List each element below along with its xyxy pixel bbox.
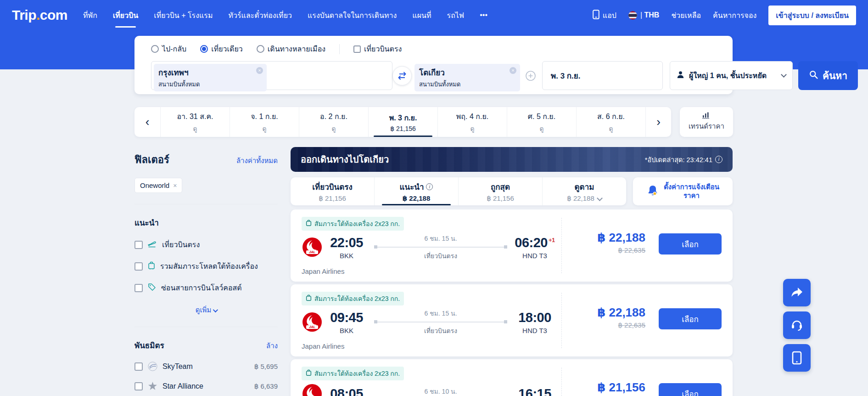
- select-flight-button[interactable]: เลือก: [659, 308, 722, 329]
- share-button[interactable]: [783, 279, 811, 306]
- filters-title: ฟิลเตอร์: [134, 152, 169, 168]
- select-flight-button[interactable]: เลือก: [659, 383, 722, 396]
- nav-flights[interactable]: เที่ยวบิน: [113, 7, 138, 24]
- flight-price: ฿ 22,188: [597, 305, 645, 320]
- sort-tab-cheapest[interactable]: ถูกสุด ฿ 21,156: [458, 177, 542, 205]
- baggage-badge-label: สัมภาระใต้ท้องเครื่อง 2x23 กก.: [314, 294, 400, 304]
- app-label: แอป: [603, 10, 616, 21]
- direct-flights-checkbox[interactable]: เที่ยวบินตรง: [353, 43, 402, 55]
- nav-hotels[interactable]: ที่พัก: [83, 7, 97, 24]
- mobile-app-button[interactable]: [783, 344, 811, 372]
- sort-tab-direct[interactable]: เที่ยวบินตรง ฿ 21,156: [291, 177, 374, 205]
- origin-field[interactable]: กรุงเทพฯ สนามบินทั้งหมด ×: [154, 64, 267, 91]
- date-tab-0[interactable]: อา. 31 ส.ค.ดู: [160, 107, 230, 137]
- trip-type-oneway[interactable]: เที่ยวเดียว: [200, 43, 243, 55]
- baggage-badge-label: สัมภาระใต้ท้องเครื่อง 2x23 กก.: [314, 219, 400, 229]
- sort-tab-recommended-active[interactable]: แนะนำi ฿ 22,188: [374, 177, 458, 205]
- arrival-airport: HND T3: [511, 252, 559, 260]
- star-alliance-logo-icon: [148, 381, 157, 391]
- divider: [339, 44, 340, 54]
- departure-time: 08:05: [323, 386, 370, 396]
- passengers-class-field[interactable]: ผู้ใหญ่ 1 คน, ชั้นประหยัด: [670, 61, 793, 90]
- login-register-button[interactable]: เข้าสู่ระบบ / ลงทะเบียน: [768, 6, 856, 25]
- departure-date-field[interactable]: พ. 3 ก.ย.: [542, 61, 663, 90]
- date-carousel: ‹ อา. 31 ส.ค.ดู จ. 1 ก.ย.ดู อ. 2 ก.ย.ดู …: [134, 107, 671, 137]
- nav-tours-tickets[interactable]: ทัวร์และตั๋วท่องเที่ยว: [228, 7, 292, 24]
- flight-search-form: ไป-กลับ เที่ยวเดียว เดินทางหลายเมือง เที…: [134, 36, 733, 94]
- flight-path-line: [374, 245, 507, 249]
- alliance-label: Star Alliance: [162, 382, 203, 390]
- divider: [561, 218, 562, 273]
- search-button[interactable]: ค้นหา: [798, 61, 858, 90]
- flight-summary[interactable]: JAL 22:05 BKK 6 ชม. 15 น. เที่ยวบินตรง 0…: [302, 233, 559, 261]
- results-title: ออกเดินทางไปโตเกียว: [301, 152, 389, 167]
- departure-block: 22:05 BKK: [323, 235, 370, 260]
- price-trend-button[interactable]: เทรนด์ราคา: [680, 107, 733, 137]
- search-button-label: ค้นหา: [823, 68, 847, 83]
- arrival-time: 16:15: [511, 386, 559, 396]
- date-tab-1[interactable]: จ. 1 ก.ย.ดู: [230, 107, 299, 137]
- filter-hide-lowcost[interactable]: ซ่อนสายการบินโลว์คอสต์: [134, 282, 278, 294]
- find-booking-link[interactable]: ค้นหาการจอง: [713, 10, 756, 21]
- date-tab-6[interactable]: ส. 6 ก.ย.ดู: [576, 107, 645, 137]
- nav-flight-hotel[interactable]: เที่ยวบิน + โรงแรม: [154, 7, 213, 24]
- checkbox-icon[interactable]: [134, 382, 143, 390]
- checkbox-icon[interactable]: [134, 241, 143, 249]
- clear-origin-icon[interactable]: ×: [256, 67, 263, 74]
- filter-direct-flights[interactable]: เที่ยวบินตรง: [134, 239, 278, 250]
- flight-old-price: ฿ 22,635: [597, 321, 645, 329]
- active-filter-label: Oneworld: [140, 181, 169, 189]
- flight-summary[interactable]: JAL 08:05 6 ชม. 10 น. 16:15: [302, 383, 559, 396]
- nav-map[interactable]: แผนที่: [412, 7, 431, 24]
- tripcom-logo[interactable]: Trip.com: [12, 7, 67, 23]
- app-link[interactable]: แอป: [593, 10, 616, 21]
- swap-cities-button[interactable]: [392, 66, 412, 85]
- checkbox-icon[interactable]: [134, 362, 143, 371]
- sort-tab-sort-by[interactable]: ดูตาม ฿ 22,188: [542, 177, 626, 205]
- checkbox-icon[interactable]: [134, 262, 143, 271]
- currency-selector[interactable]: | THB: [628, 11, 660, 20]
- date-tab-3-active[interactable]: พ. 3 ก.ย.฿ 21,156: [368, 107, 437, 137]
- flight-summary[interactable]: JAL 09:45 BKK 6 ชม. 15 น. เที่ยวบินตรง 1…: [302, 308, 559, 336]
- customer-support-button[interactable]: [783, 311, 811, 339]
- checkbox-icon[interactable]: [353, 45, 361, 53]
- search-icon: [809, 70, 818, 82]
- nav-trains[interactable]: รถไฟ: [447, 7, 465, 24]
- radio-selected-icon[interactable]: [200, 45, 208, 53]
- select-flight-button[interactable]: เลือก: [659, 233, 722, 255]
- origin-subtitle: สนามบินทั้งหมด: [158, 79, 262, 89]
- add-segment-button[interactable]: [526, 71, 536, 81]
- remove-filter-icon[interactable]: ×: [173, 182, 177, 189]
- price-block: ฿ 22,188 ฿ 22,635: [597, 231, 645, 255]
- clear-destination-icon[interactable]: ×: [510, 67, 516, 74]
- date-tab-2[interactable]: อ. 2 ก.ย.ดู: [299, 107, 368, 137]
- next-dates-button[interactable]: ›: [645, 107, 671, 137]
- help-link[interactable]: ช่วยเหลือ: [671, 10, 701, 21]
- destination-field[interactable]: โตเกียว สนามบินทั้งหมด ×: [414, 64, 520, 91]
- nav-travel-inspiration[interactable]: แรงบันดาลใจในการเดินทาง: [308, 7, 397, 24]
- trip-type-multicity[interactable]: เดินทางหลายเมือง: [257, 43, 325, 55]
- prev-dates-button[interactable]: ‹: [134, 107, 160, 137]
- nav-more-icon[interactable]: •••: [480, 8, 487, 22]
- trip-type-roundtrip[interactable]: ไป-กลับ: [151, 43, 186, 55]
- price-alert-button[interactable]: ตั้งค่าการแจ้งเตือนราคา: [633, 177, 733, 205]
- info-icon[interactable]: i: [715, 156, 722, 163]
- radio-icon[interactable]: [151, 45, 159, 53]
- clear-all-filters-link[interactable]: ล้างค่าทั้งหมด: [236, 155, 278, 166]
- filter-checked-baggage[interactable]: รวมสัมภาระโหลดใต้ท้องเครื่อง: [134, 260, 278, 272]
- filter-label: ซ่อนสายการบินโลว์คอสต์: [161, 282, 242, 294]
- alliance-star-alliance[interactable]: Star Alliance ฿ 6,639: [134, 381, 278, 391]
- info-icon[interactable]: i: [426, 183, 433, 190]
- checkbox-icon[interactable]: [134, 284, 143, 292]
- alliance-skyteam[interactable]: SkyTeam ฿ 5,695: [134, 362, 278, 371]
- date-tab-5[interactable]: ศ. 5 ก.ย.ดู: [507, 107, 576, 137]
- radio-icon[interactable]: [257, 45, 264, 53]
- divider: [134, 327, 278, 327]
- clear-alliances-link[interactable]: ล้าง: [266, 340, 278, 351]
- duration-block: 6 ชม. 15 น. เที่ยวบินตรง: [370, 233, 511, 261]
- see-more-link[interactable]: ดูเพิ่ม: [134, 305, 278, 316]
- active-filter-chip[interactable]: Oneworld ×: [134, 178, 182, 193]
- date-tab-4[interactable]: พฤ. 4 ก.ย.ดู: [437, 107, 507, 137]
- baggage-badge: สัมภาระใต้ท้องเครื่อง 2x23 กก.: [302, 367, 404, 380]
- stops-label: เที่ยวบินตรง: [374, 326, 507, 336]
